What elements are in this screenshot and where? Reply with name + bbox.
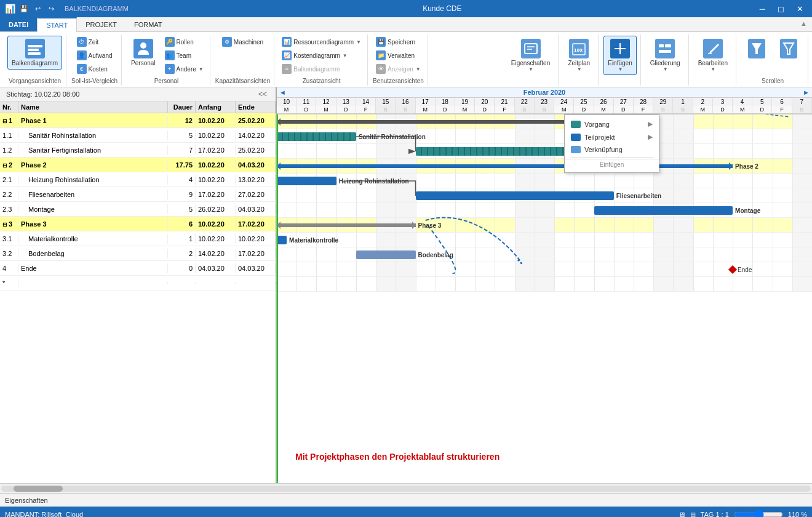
tab-projekt[interactable]: PROJEKT xyxy=(77,17,125,31)
table-row[interactable]: ⊟2 Phase 2 17.75 10.02.20 04.03.20 xyxy=(0,158,276,172)
window-title: Kunde CDE xyxy=(423,4,461,13)
verwalten-icon: 📁 xyxy=(376,50,386,60)
restore-btn[interactable]: ◻ xyxy=(774,3,788,15)
day-cell: 12 xyxy=(316,98,336,106)
btn-gliederung[interactable]: Gliederung ▼ xyxy=(646,36,685,75)
gantt-chart-row: Ende xyxy=(277,262,812,277)
table-row[interactable]: ⊟1 Phase 1 12 10.02.20 25.02.20 xyxy=(0,113,276,128)
bearbeiten-content: Bearbeiten ▼ xyxy=(694,36,732,76)
gantt-chart-row: Montage xyxy=(277,203,812,218)
personal-col: 🔑 Rollen 👥 Team + Andere ▼ xyxy=(162,36,206,75)
redo-quick[interactable]: ↪ xyxy=(46,4,56,14)
svg-rect-1 xyxy=(28,49,39,51)
gantt-bar[interactable] xyxy=(277,236,287,244)
cell-dauer xyxy=(168,282,196,284)
gantt-bar[interactable] xyxy=(277,132,356,141)
horizontal-scrollbar[interactable] xyxy=(1,486,811,492)
table-row[interactable]: * xyxy=(0,276,276,291)
cell-nr: 4 xyxy=(0,263,18,273)
speichern-icon: 💾 xyxy=(376,37,386,47)
svg-rect-11 xyxy=(659,44,664,47)
weekday-cell: F xyxy=(634,106,653,113)
zoom-slider[interactable] xyxy=(734,510,783,517)
btn-ressourcendiagramm[interactable]: 📊 Ressourcendiagramm ▼ xyxy=(279,36,364,48)
btn-bearbeiten[interactable]: Bearbeiten ▼ xyxy=(694,36,732,75)
collapse-ribbon[interactable]: ▲ xyxy=(795,17,812,31)
mandant-label: MANDANT: Rillsoft_Cloud xyxy=(5,511,83,517)
ribbon-title: BALKENDIAGRAMM xyxy=(65,5,129,12)
tab-datei[interactable]: DATEI xyxy=(0,17,37,31)
gantt-bar[interactable] xyxy=(416,147,575,156)
nav-arrow-left[interactable]: ◄ xyxy=(279,89,286,96)
gantt-bar[interactable] xyxy=(277,164,733,168)
table-row[interactable]: 4 Ende 0 04.03.20 04.03.20 xyxy=(0,261,276,276)
nav-arrow-right[interactable]: ► xyxy=(803,89,810,96)
cell-anfang: 17.02.20 xyxy=(196,145,236,155)
day-cell: 4 xyxy=(733,98,752,106)
day-cell: 13 xyxy=(336,98,356,106)
undo-quick[interactable]: ↩ xyxy=(33,4,42,14)
gantt-bar[interactable] xyxy=(277,177,336,185)
dropdown-verknuepfung[interactable]: Verknüpfung xyxy=(565,143,659,156)
btn-balkendiagramm2[interactable]: ≡ Balkendiagramm xyxy=(279,63,364,75)
group-maschinen: ⚙ Maschinen Kapazitätsansichten xyxy=(212,34,275,86)
gantt-bar[interactable] xyxy=(277,120,574,124)
filter2-icon xyxy=(780,39,797,58)
btn-aufwand[interactable]: 👤 Aufwand xyxy=(74,49,115,62)
cell-dauer: 7 xyxy=(168,145,196,155)
btn-zeitplan[interactable]: 100: Zeitplan ▼ xyxy=(563,36,594,75)
btn-andere[interactable]: + Andere ▼ xyxy=(162,63,206,75)
table-row[interactable]: 3.2 Bodenbelag 2 14.02.20 17.02.20 xyxy=(0,246,276,261)
btn-einfuegen[interactable]: Einfügen ▼ xyxy=(603,36,636,75)
nav-left[interactable]: << xyxy=(256,90,269,98)
tab-start[interactable]: START xyxy=(37,17,77,32)
cell-dauer: 12 xyxy=(168,116,196,126)
tab-format[interactable]: FORMAT xyxy=(125,17,171,31)
btn-eigenschaften[interactable]: Eigenschaften ▼ xyxy=(507,36,554,75)
table-row[interactable]: 1.1 Sanitär Rohinstallation 5 10.02.20 1… xyxy=(0,128,276,143)
table-row[interactable]: 2.2 Fliesenarbeiten 9 17.02.20 27.02.20 xyxy=(0,187,276,202)
btn-verwalten[interactable]: 📁 Verwalten xyxy=(373,49,423,62)
cell-anfang: 10.02.20 xyxy=(196,116,236,126)
day-cell: 11 xyxy=(297,98,316,106)
cell-ende: 10.02.20 xyxy=(236,234,276,244)
svg-rect-12 xyxy=(665,44,671,47)
weekday-cell: M xyxy=(554,106,574,113)
dropdown-vorgang[interactable]: Vorgang ▶ xyxy=(565,118,659,130)
table-row[interactable]: 2.3 Montage 5 26.02.20 04.03.20 xyxy=(0,202,276,217)
btn-speichern[interactable]: 💾 Speichern xyxy=(373,36,423,48)
save-quick[interactable]: 💾 xyxy=(19,4,29,14)
day-cell: 10 xyxy=(277,98,297,106)
btn-maschinen[interactable]: ⚙ Maschinen xyxy=(220,36,266,48)
table-row[interactable]: 1.2 Sanitär Fertiginstallation 7 17.02.2… xyxy=(0,143,276,158)
gantt-bar[interactable] xyxy=(416,191,614,200)
vorgang-icon xyxy=(571,121,581,128)
day-cell: 5 xyxy=(752,98,772,106)
grid-icon: ⊞ xyxy=(690,511,696,518)
btn-filter2[interactable] xyxy=(773,36,804,63)
btn-zeit[interactable]: ⏱ Zeit xyxy=(74,36,115,48)
vorgangsansichten-label: Vorgangsansichten xyxy=(9,76,61,84)
dropdown-teilprojekt[interactable]: Teilprojekt ▶ xyxy=(565,130,659,143)
btn-anzeigen[interactable]: 👁 Anzeigen ▼ xyxy=(373,63,423,75)
blank-label4 xyxy=(664,76,666,84)
btn-balkendiagramm[interactable]: Balkendiagramm xyxy=(7,36,62,70)
table-row[interactable]: 3.1 Materialkontrolle 1 10.02.20 10.02.2… xyxy=(0,231,276,246)
weekday-cell: M xyxy=(416,106,436,113)
btn-team[interactable]: 👥 Team xyxy=(162,49,206,62)
table-row[interactable]: ⊟3 Phase 3 6 10.02.20 17.02.20 xyxy=(0,217,276,231)
btn-rollen[interactable]: 🔑 Rollen xyxy=(162,36,206,48)
gantt-bar[interactable] xyxy=(277,223,416,227)
table-row[interactable]: 2.1 Heizung Rohinstallation 4 10.02.20 1… xyxy=(0,172,276,187)
btn-kostendiagramm[interactable]: 📈 Kostendiagramm ▼ xyxy=(279,49,364,62)
btn-kosten[interactable]: € Kosten xyxy=(74,63,115,75)
weekday-cell: M xyxy=(594,106,614,113)
gantt-bar[interactable] xyxy=(594,206,733,215)
scrollbar-thumb[interactable] xyxy=(14,486,63,492)
minimize-btn[interactable]: ─ xyxy=(756,3,769,15)
gantt-bar[interactable] xyxy=(356,250,416,259)
btn-personal-large[interactable]: Personal xyxy=(127,36,159,70)
days-row: 1011121314151617181920212223242526272829… xyxy=(277,98,812,106)
btn-filter1[interactable] xyxy=(741,36,772,63)
close-btn[interactable]: ✕ xyxy=(793,3,807,15)
